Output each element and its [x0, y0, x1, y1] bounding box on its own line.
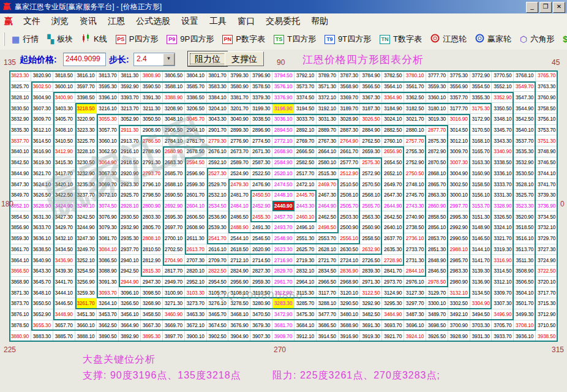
price-cell[interactable]: 3434.50: [53, 244, 75, 255]
menu-item-江恩[interactable]: 江恩: [102, 15, 130, 28]
price-cell[interactable]: 3662.50: [97, 320, 119, 331]
price-cell[interactable]: 2604.10: [185, 201, 207, 212]
price-cell[interactable]: 3897.70: [163, 331, 185, 342]
price-cell[interactable]: 3148.90: [470, 222, 492, 233]
price-cell[interactable]: 2575.30: [360, 157, 382, 168]
price-cell[interactable]: 2611.30: [185, 233, 207, 244]
price-cell[interactable]: 2623.30: [272, 244, 295, 255]
price-cell[interactable]: 2479.30: [228, 179, 250, 190]
price-cell[interactable]: 3520.90: [514, 211, 536, 222]
price-cell[interactable]: 3688.90: [339, 320, 361, 331]
toolbar-button-winner-wheel[interactable]: 赢家轮: [471, 32, 516, 47]
price-cell[interactable]: 3525.70: [514, 190, 536, 201]
price-cell[interactable]: 2539.30: [207, 222, 229, 233]
price-cell[interactable]: 3720.10: [536, 277, 558, 288]
price-cell[interactable]: 2743.30: [404, 201, 426, 212]
menu-item-文件[interactable]: 文件: [18, 15, 46, 28]
price-cell[interactable]: 3652.90: [31, 309, 53, 320]
price-cell[interactable]: 3091.30: [97, 277, 119, 288]
price-cell[interactable]: 3787.30: [339, 70, 361, 81]
price-cell[interactable]: 3700.90: [448, 320, 470, 331]
price-cell[interactable]: 3583.30: [207, 81, 229, 92]
price-cell[interactable]: 3926.50: [426, 331, 448, 342]
price-cell[interactable]: 3033.70: [295, 114, 317, 125]
price-cell[interactable]: 3813.70: [97, 70, 119, 81]
price-cell[interactable]: 2949.70: [163, 277, 185, 288]
price-cell[interactable]: 3902.50: [207, 331, 229, 342]
price-cell[interactable]: 3273.70: [185, 298, 207, 309]
price-cell[interactable]: 3050.50: [141, 114, 163, 125]
price-cell[interactable]: 3463.30: [185, 309, 207, 320]
price-cell[interactable]: 2462.50: [317, 211, 339, 222]
price-cell[interactable]: 3492.10: [448, 309, 470, 320]
price-cell[interactable]: 2872.90: [426, 146, 448, 157]
close-button[interactable]: ✕: [553, 2, 565, 13]
price-cell[interactable]: 3036.10: [272, 114, 295, 125]
price-cell[interactable]: 3775.30: [448, 70, 470, 81]
price-cell[interactable]: 3122.50: [360, 287, 382, 298]
price-cell[interactable]: 3199.30: [250, 103, 272, 114]
price-cell[interactable]: 3614.50: [31, 135, 53, 146]
price-cell[interactable]: 3352.90: [492, 92, 514, 103]
price-cell[interactable]: 3386.50: [185, 92, 207, 103]
price-cell[interactable]: 3451.30: [75, 309, 97, 320]
price-cell[interactable]: 2512.90: [339, 168, 361, 179]
price-cell[interactable]: 3933.70: [492, 331, 514, 342]
toolbar-button-9t-square[interactable]: T99T四方形: [320, 32, 375, 47]
price-cell[interactable]: 3105.70: [207, 287, 229, 298]
price-cell[interactable]: 3496.90: [492, 309, 514, 320]
price-cell[interactable]: 2464.90: [317, 201, 339, 212]
price-cell[interactable]: 3892.90: [119, 331, 141, 342]
price-cell[interactable]: 3578.50: [250, 81, 272, 92]
price-cell[interactable]: 3424.90: [53, 201, 75, 212]
price-cell[interactable]: 2565.70: [360, 201, 382, 212]
price-cell[interactable]: 2455.30: [250, 211, 272, 222]
price-cell[interactable]: 2486.50: [228, 211, 250, 222]
price-cell[interactable]: 2721.70: [317, 255, 339, 266]
price-cell[interactable]: 2988.10: [448, 244, 470, 255]
price-cell[interactable]: 2740.90: [404, 211, 426, 222]
price-cell[interactable]: 3938.50: [536, 331, 558, 342]
price-cell[interactable]: 2628.10: [317, 244, 339, 255]
price-cell[interactable]: 2940.10: [119, 255, 141, 266]
price-cell[interactable]: 3295.30: [382, 298, 404, 309]
price-cell[interactable]: 2551.30: [295, 233, 317, 244]
price-cell[interactable]: 2892.10: [295, 125, 317, 136]
price-cell[interactable]: 3616.90: [31, 146, 53, 157]
price-cell[interactable]: 3784.90: [360, 70, 382, 81]
price-cell[interactable]: 2774.50: [250, 135, 272, 146]
price-cell[interactable]: 2724.10: [339, 255, 361, 266]
price-cell[interactable]: 3074.50: [97, 201, 119, 212]
price-cell[interactable]: 3220.90: [75, 114, 97, 125]
price-cell[interactable]: 2901.70: [207, 125, 229, 136]
price-cell[interactable]: 3804.10: [185, 70, 207, 81]
price-cell[interactable]: 2659.30: [360, 146, 382, 157]
price-cell[interactable]: 3888.10: [75, 331, 97, 342]
price-cell[interactable]: 2995.30: [448, 211, 470, 222]
price-cell[interactable]: 3120.10: [339, 287, 361, 298]
price-cell[interactable]: 3777.70: [426, 70, 448, 81]
price-cell[interactable]: 3825.70: [9, 81, 31, 92]
price-cell[interactable]: 3549.70: [514, 81, 536, 92]
price-cell[interactable]: 3919.30: [360, 331, 382, 342]
price-cell[interactable]: 3638.50: [31, 244, 53, 255]
price-cell[interactable]: 3739.30: [536, 190, 558, 201]
price-cell[interactable]: 3477.70: [317, 309, 339, 320]
price-cell[interactable]: 3040.90: [228, 114, 250, 125]
price-cell[interactable]: 2536.90: [207, 211, 229, 222]
price-cell[interactable]: 2647.30: [382, 190, 404, 201]
menu-item-浏览[interactable]: 浏览: [46, 15, 74, 28]
price-cell[interactable]: 2608.90: [185, 222, 207, 233]
price-cell[interactable]: 2968.90: [339, 277, 361, 288]
price-cell[interactable]: 2784.10: [163, 135, 185, 146]
price-cell[interactable]: 3158.50: [470, 179, 492, 190]
price-cell[interactable]: 3405.70: [53, 114, 75, 125]
price-cell[interactable]: 3336.10: [492, 168, 514, 179]
price-cell[interactable]: 3088.90: [97, 266, 119, 277]
price-cell[interactable]: 3619.30: [31, 157, 53, 168]
price-cell[interactable]: 3631.30: [31, 211, 53, 222]
price-cell[interactable]: 3165.70: [470, 146, 492, 157]
price-cell[interactable]: 3060.10: [97, 135, 119, 146]
price-cell[interactable]: 3175.30: [470, 103, 492, 114]
price-cell[interactable]: 3595.30: [97, 81, 119, 92]
